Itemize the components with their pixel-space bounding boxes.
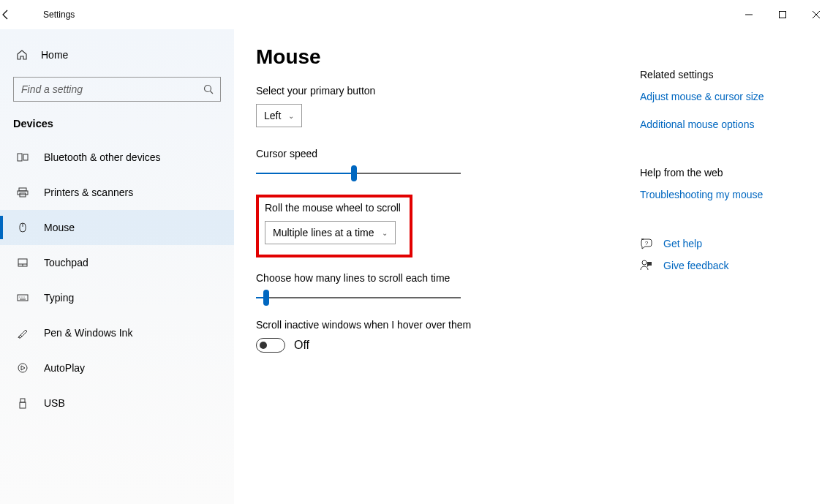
svg-point-19 [18, 364, 27, 372]
search-field-wrap [13, 77, 221, 102]
svg-point-17 [21, 296, 22, 297]
scroll-mode-label: Roll the mouse wheel to scroll [265, 202, 401, 214]
link-troubleshoot[interactable]: Troubleshooting my mouse [640, 189, 764, 200]
close-button[interactable] [799, 3, 833, 26]
inactive-state-text: Off [294, 339, 309, 352]
sidebar-item-label: Printers & scanners [44, 187, 133, 198]
sidebar-item-typing[interactable]: Typing [0, 280, 234, 315]
main-area: Mouse Select your primary button Left ⌄ … [234, 29, 833, 504]
search-icon [203, 84, 214, 94]
sidebar-item-label: Bluetooth & other devices [44, 151, 161, 163]
sidebar-item-label: Pen & Windows Ink [44, 327, 132, 339]
primary-button-dropdown[interactable]: Left ⌄ [256, 104, 302, 127]
home-label: Home [41, 49, 68, 61]
back-button[interactable] [0, 9, 33, 20]
svg-point-2 [205, 86, 211, 92]
chevron-down-icon: ⌄ [288, 112, 294, 120]
search-input[interactable] [13, 77, 221, 102]
get-help-row[interactable]: ? Get help [640, 237, 764, 250]
sidebar: Home Devices Bluetooth & other devices P… [0, 29, 234, 504]
sidebar-item-autoplay[interactable]: AutoPlay [0, 350, 234, 385]
sidebar-item-label: Mouse [44, 222, 75, 233]
cursor-speed-slider[interactable] [256, 173, 461, 174]
inactive-windows-group: Scroll inactive windows when I hover ove… [256, 319, 607, 353]
svg-line-3 [211, 91, 214, 94]
give-feedback-row[interactable]: Give feedback [640, 259, 764, 272]
highlight-box: Roll the mouse wheel to scroll Multiple … [256, 195, 412, 257]
inactive-label: Scroll inactive windows when I hover ove… [256, 319, 607, 331]
window-title: Settings [43, 10, 75, 20]
related-settings-head: Related settings [640, 69, 764, 80]
lines-to-scroll-group: Choose how many lines to scroll each tim… [256, 272, 607, 298]
chevron-down-icon: ⌄ [382, 229, 388, 237]
sidebar-item-label: Touchpad [44, 257, 88, 268]
svg-rect-6 [19, 188, 26, 191]
home-icon [16, 49, 28, 61]
help-web-head: Help from the web [640, 167, 764, 178]
minimize-button[interactable] [732, 3, 766, 26]
maximize-button[interactable] [766, 3, 799, 26]
scroll-mode-group: Roll the mouse wheel to scroll Multiple … [256, 195, 607, 257]
keyboard-icon [16, 292, 29, 304]
feedback-icon [640, 259, 653, 272]
window-controls [732, 3, 833, 26]
bluetooth-devices-icon [16, 151, 29, 163]
right-column: Related settings Adjust mouse & cursor s… [640, 45, 764, 504]
sidebar-item-label: AutoPlay [44, 362, 85, 374]
give-feedback-label: Give feedback [663, 260, 729, 271]
sidebar-item-usb[interactable]: USB [0, 385, 234, 421]
touchpad-icon [16, 257, 29, 268]
svg-point-18 [23, 296, 24, 297]
primary-button-group: Select your primary button Left ⌄ [256, 85, 607, 127]
titlebar: Settings [0, 0, 833, 29]
svg-rect-14 [18, 295, 28, 301]
sidebar-item-label: Typing [44, 292, 74, 304]
inactive-toggle[interactable] [256, 338, 285, 353]
sidebar-item-label: USB [44, 397, 65, 409]
sidebar-item-pen[interactable]: Pen & Windows Ink [0, 315, 234, 350]
sidebar-item-printers[interactable]: Printers & scanners [0, 175, 234, 210]
pen-icon [16, 327, 29, 339]
section-label: Devices [0, 115, 234, 140]
scroll-mode-dropdown[interactable]: Multiple lines at a time ⌄ [265, 221, 396, 244]
svg-rect-5 [23, 154, 28, 160]
link-adjust-mouse[interactable]: Adjust mouse & cursor size [640, 91, 764, 102]
svg-rect-4 [18, 154, 22, 161]
svg-point-16 [19, 296, 20, 297]
primary-button-label: Select your primary button [256, 85, 607, 97]
svg-point-23 [642, 260, 647, 265]
autoplay-icon [16, 362, 29, 374]
get-help-label: Get help [663, 238, 702, 249]
cursor-speed-group: Cursor speed [256, 148, 607, 174]
sidebar-item-bluetooth[interactable]: Bluetooth & other devices [0, 140, 234, 175]
svg-rect-1 [780, 12, 786, 18]
scroll-mode-value: Multiple lines at a time [273, 227, 374, 238]
help-icon: ? [640, 237, 653, 250]
content-column: Mouse Select your primary button Left ⌄ … [256, 45, 607, 504]
svg-text:?: ? [645, 240, 649, 247]
link-additional-mouse[interactable]: Additional mouse options [640, 119, 764, 130]
lines-slider[interactable] [256, 297, 461, 298]
lines-label: Choose how many lines to scroll each tim… [256, 272, 607, 284]
primary-button-value: Left [264, 110, 281, 121]
printer-icon [16, 187, 29, 198]
usb-icon [16, 397, 29, 409]
cursor-speed-label: Cursor speed [256, 148, 607, 159]
sidebar-home[interactable]: Home [0, 40, 234, 69]
svg-rect-20 [20, 399, 25, 402]
sidebar-item-touchpad[interactable]: Touchpad [0, 245, 234, 280]
sidebar-item-mouse[interactable]: Mouse [0, 210, 234, 245]
mouse-icon [16, 222, 29, 233]
svg-rect-21 [20, 402, 26, 408]
page-title: Mouse [256, 45, 607, 69]
